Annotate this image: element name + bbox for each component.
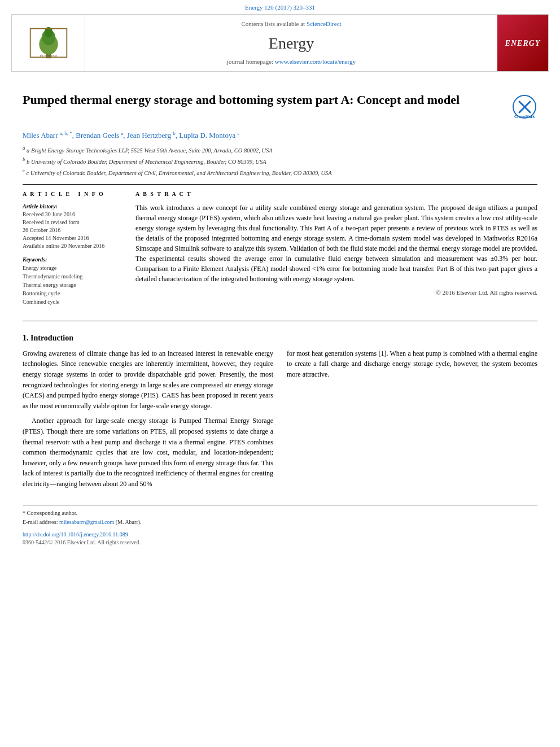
crossmark-icon: CrossMark [512, 94, 537, 124]
body-two-col: Growing awareness of climate change has … [23, 348, 537, 494]
article-title-container: Pumped thermal energy storage and bottom… [23, 92, 537, 124]
corresponding-author: * Corresponding author. [23, 509, 537, 517]
keywords-list: Energy storage Thermodynamic modeling Th… [23, 264, 124, 306]
divider-body [23, 321, 537, 321]
keyword-2: Thermodynamic modeling [23, 272, 124, 281]
elsevier-tree-icon: ELSEVIER [26, 26, 71, 60]
article-history: Article history: Received 30 June 2016 R… [23, 203, 124, 250]
sciencedirect-link[interactable]: ScienceDirect [307, 20, 342, 27]
journal-name: Energy [269, 32, 314, 54]
body-para-3: for most heat generation systems [1]. Wh… [287, 348, 537, 380]
main-content: Pumped thermal energy storage and bottom… [0, 72, 560, 557]
journal-center: Contents lists available at ScienceDirec… [85, 15, 497, 71]
journal-citation: Energy 120 (2017) 320–331 [0, 0, 560, 14]
issn-copyright: 0360-5442/© 2016 Elsevier Ltd. All right… [23, 539, 537, 547]
affiliation-a: a a Bright Energy Storage Technologies L… [23, 145, 537, 155]
section-1-title: 1. Introduction [23, 333, 537, 344]
abstract-panel: A B S T R A C T This work introduces a n… [135, 190, 537, 312]
email-line: E-mail address: milesabarrr@gmail.com (M… [23, 518, 537, 526]
body-right-col: for most heat generation systems [1]. Wh… [287, 348, 537, 494]
body-para-1: Growing awareness of climate change has … [23, 348, 273, 412]
article-info-header: A R T I C L E I N F O [23, 190, 124, 198]
keyword-1: Energy storage [23, 264, 124, 272]
doi-line: http://dx.doi.org/10.1016/j.energy.2016.… [23, 531, 537, 539]
elsevier-logo: ELSEVIER [12, 15, 85, 71]
body-left-col: Growing awareness of climate change has … [23, 348, 273, 494]
keyword-4: Bottoming cycle [23, 289, 124, 298]
body-section: 1. Introduction Growing awareness of cli… [23, 333, 537, 493]
journal-header: ELSEVIER Contents lists available at Sci… [11, 14, 549, 72]
authors-line: Miles Abarr a, b, *, Brendan Geels a, Je… [23, 130, 537, 141]
affiliations: a a Bright Energy Storage Technologies L… [23, 145, 537, 178]
abstract-header: A B S T R A C T [135, 190, 537, 198]
contents-line: Contents lists available at ScienceDirec… [241, 20, 341, 28]
homepage-link[interactable]: www.elsevier.com/locate/energy [275, 58, 356, 65]
affiliation-b: b b University of Colorado Boulder, Depa… [23, 156, 537, 166]
svg-text:CrossMark: CrossMark [514, 115, 535, 119]
article-info-panel: A R T I C L E I N F O Article history: R… [23, 190, 124, 312]
keywords-section: Keywords: Energy storage Thermodynamic m… [23, 256, 124, 306]
email-link[interactable]: milesabarrr@gmail.com [59, 519, 114, 525]
svg-text:ELSEVIER: ELSEVIER [40, 54, 57, 58]
keyword-3: Thermal energy storage [23, 281, 124, 289]
keyword-5: Combined cycle [23, 298, 124, 306]
divider-top [23, 184, 537, 185]
abstract-text: This work introduces a new concept for a… [135, 203, 537, 284]
footnote-area: * Corresponding author. E-mail address: … [23, 505, 537, 547]
copyright-line: © 2016 Elsevier Ltd. All rights reserved… [135, 289, 537, 297]
body-para-2: Another approach for large-scale energy … [23, 416, 273, 489]
doi-link[interactable]: http://dx.doi.org/10.1016/j.energy.2016.… [23, 531, 128, 538]
article-info-abstract: A R T I C L E I N F O Article history: R… [23, 190, 537, 312]
energy-badge: ENERGY [497, 15, 548, 71]
article-title: Pumped thermal energy storage and bottom… [23, 92, 460, 108]
affiliation-c: c c University of Colorado Boulder, Depa… [23, 167, 537, 177]
homepage-line: journal homepage: www.elsevier.com/locat… [227, 58, 356, 66]
